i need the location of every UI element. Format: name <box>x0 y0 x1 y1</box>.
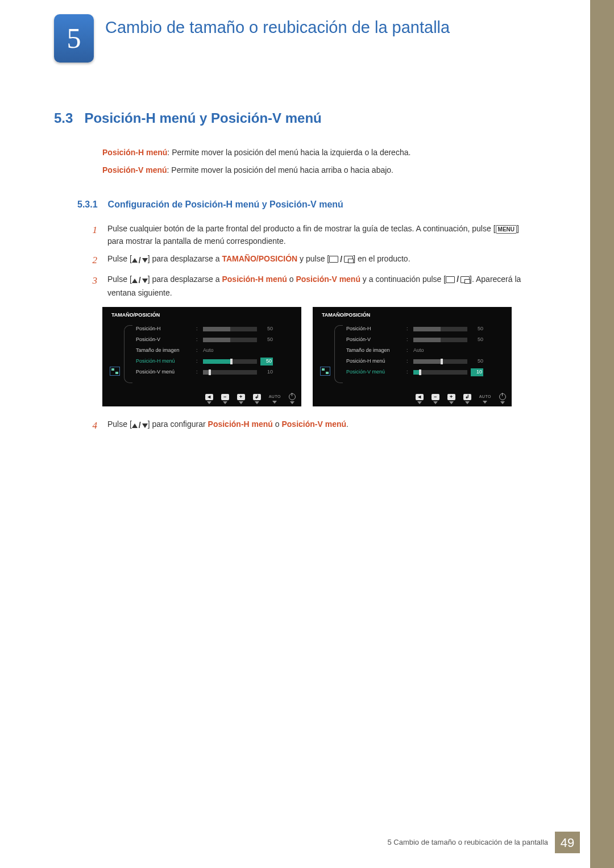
osd-item-menu-v: Posición-V menú : 10 <box>136 367 296 378</box>
arrow-down-icon <box>417 401 422 404</box>
osd-value: 50 <box>471 336 483 344</box>
auto-label: AUTO <box>269 394 281 400</box>
rect-select-icon <box>344 256 353 263</box>
step-4-kw2: Posición-V menú <box>281 420 346 429</box>
osd-label-active: Posición-H menú <box>136 358 193 366</box>
osd-label: Posición-H <box>346 325 403 333</box>
osd-label: Posición-H menú <box>346 358 403 366</box>
osd-label: Posición-V <box>346 336 403 344</box>
osd-colon: : <box>406 347 410 355</box>
step-2-a: Pulse [ <box>107 254 132 263</box>
slash-icon: / <box>457 273 459 286</box>
osd-item-img-size: Tamaño de imagen : Auto <box>346 346 506 356</box>
arrow-down-icon <box>500 401 505 404</box>
osd-colon: : <box>196 336 200 344</box>
triangle-down-icon <box>142 279 148 283</box>
arrow-down-icon <box>207 401 211 404</box>
osd-colon: : <box>406 336 410 344</box>
osd-plus-button: + <box>237 394 245 404</box>
arrow-down-icon <box>272 401 277 404</box>
osd-icon-col <box>108 324 122 383</box>
osd-enter-button: ↲ <box>253 394 261 404</box>
rect-icon <box>446 276 455 283</box>
step-3-or1: o <box>287 275 296 284</box>
auto-label: AUTO <box>479 394 491 400</box>
rect-icon <box>329 256 338 263</box>
osd-item-menu-h: Posición-H menú : 50 <box>346 356 506 367</box>
osd-auto-button: AUTO <box>269 394 281 404</box>
enter-icon: ↲ <box>253 394 261 400</box>
step-3-text: Pulse [/] para desplazarse a Posición-H … <box>107 273 521 300</box>
triangle-down-icon <box>142 258 148 263</box>
arrow-down-icon <box>483 401 487 404</box>
step-4-b: ] para configurar <box>148 420 208 429</box>
osd-label: Tamaño de imagen <box>346 347 403 355</box>
osd-slider <box>413 338 467 342</box>
arrow-down-icon <box>239 401 243 404</box>
osd-slider <box>203 327 257 331</box>
osd-bracket <box>334 325 343 383</box>
section-heading: 5.3 Posición-H menú y Posición-V menú <box>54 108 322 128</box>
step-1-a: Pulse cualquier botón de la parte fronta… <box>107 224 496 233</box>
position-category-icon <box>320 367 330 376</box>
osd-colon: : <box>406 358 410 366</box>
arrow-down-icon <box>255 401 259 404</box>
step-3-b: ] para desplazarse a <box>148 275 222 284</box>
arrow-down-icon <box>223 401 227 404</box>
triangle-up-icon <box>132 279 138 283</box>
osd-value: 50 <box>260 336 273 344</box>
page-footer: 5 Cambio de tamaño o reubicación de la p… <box>387 832 580 853</box>
page-number: 49 <box>555 832 580 853</box>
select-enter-icon: / <box>446 273 470 286</box>
step-3-number: 3 <box>89 273 97 288</box>
osd-value: 50 <box>260 325 273 333</box>
slash-icon: / <box>139 420 141 432</box>
step-3-kw2: Posición-V menú <box>296 275 360 284</box>
intro-h: Posición-H menú: Permite mover la posici… <box>102 147 517 159</box>
osd-power-button <box>499 393 506 404</box>
chapter-header: 5 Cambio de tamaño o reubicación de la p… <box>54 14 450 63</box>
enter-icon: ↲ <box>463 394 471 400</box>
position-category-icon <box>110 367 120 376</box>
osd-plus-button: + <box>447 394 455 404</box>
manual-page: 5 Cambio de tamaño o reubicación de la p… <box>0 0 614 868</box>
osd-item-pos-v: Posición-V : 50 <box>346 335 506 346</box>
osd-colon: : <box>196 368 200 376</box>
osd-items: Posición-H : 50 Posición-V : 50 Tamaño d… <box>346 324 506 383</box>
osd-panel-right: TAMAÑO/POSICIÓN Posición-H : 50 Posición… <box>313 307 512 406</box>
osd-minus-button: − <box>432 394 439 404</box>
step-2: 2 Pulse [/] para desplazarse a TAMAÑO/PO… <box>89 253 521 268</box>
osd-item-pos-h: Posición-H : 50 <box>136 324 296 335</box>
osd-minus-button: − <box>221 394 229 404</box>
osd-items: Posición-H : 50 Posición-V : 50 Tamaño d… <box>136 324 296 383</box>
subsection-title: Configuración de Posición-H menú y Posic… <box>108 198 343 211</box>
minus-icon: − <box>432 394 439 400</box>
osd-item-pos-h: Posición-H : 50 <box>346 324 506 335</box>
section-number: 5.3 <box>54 108 73 128</box>
triangle-up-icon <box>132 258 138 263</box>
up-down-arrows-icon: / <box>132 420 148 432</box>
osd-label: Posición-H <box>136 325 193 333</box>
osd-value: 10 <box>260 368 273 376</box>
step-1-number: 1 <box>89 223 97 238</box>
step-2-b: ] para desplazarse a <box>148 254 222 263</box>
slash-icon: / <box>340 254 342 266</box>
osd-item-img-size: Tamaño de imagen : Auto <box>136 346 296 356</box>
step-4-or: o <box>273 420 282 429</box>
osd-button-bar: ◄ − + ↲ AUTO <box>416 393 506 404</box>
section-title: Posición-H menú y Posición-V menú <box>84 108 321 128</box>
step-4-container: 4 Pulse [/] para configurar Posición-H m… <box>89 418 521 439</box>
step-2-number: 2 <box>89 253 97 268</box>
osd-colon: : <box>406 368 410 376</box>
osd-value-active: 10 <box>471 368 483 376</box>
up-down-arrows-icon: / <box>132 255 148 267</box>
step-3: 3 Pulse [/] para desplazarse a Posición-… <box>89 273 521 300</box>
osd-label-active: Posición-V menú <box>346 368 403 376</box>
plus-icon: + <box>237 394 245 400</box>
arrow-down-icon <box>290 401 294 404</box>
intro-h-label: Posición-H menú <box>102 148 167 157</box>
osd-colon: : <box>406 325 410 333</box>
osd-bracket <box>124 325 132 383</box>
step-4: 4 Pulse [/] para configurar Posición-H m… <box>89 418 521 433</box>
section-intro: Posición-H menú: Permite mover la posici… <box>102 141 517 182</box>
